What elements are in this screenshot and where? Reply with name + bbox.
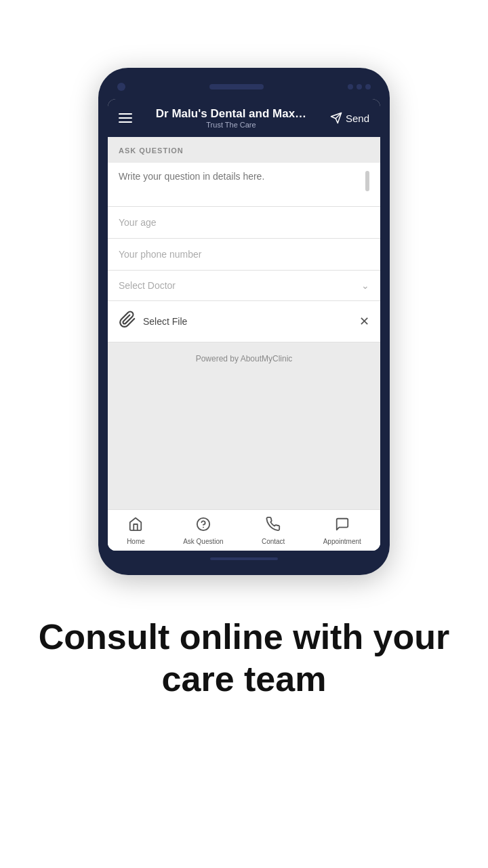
send-label: Send	[346, 113, 369, 124]
home-icon	[128, 517, 143, 536]
phone-top-bar	[108, 80, 380, 99]
powered-by-text: Powered by AboutMyClinic	[196, 354, 293, 363]
nav-label-home: Home	[127, 538, 145, 545]
ask-question-header: ASK QUESTION	[108, 137, 380, 163]
question-textarea-wrap	[108, 163, 380, 207]
phone-home-bar	[210, 557, 278, 560]
menu-line-2	[119, 117, 132, 119]
nav-item-home[interactable]: Home	[127, 517, 145, 545]
age-field-wrap	[108, 207, 380, 239]
app-header: Dr Malu's Dental and Max… Trust The Care…	[108, 99, 380, 137]
speaker	[209, 84, 264, 90]
app-title-section: Dr Malu's Dental and Max… Trust The Care	[156, 107, 306, 129]
phone-bottom-bar	[108, 551, 380, 563]
question-textarea[interactable]	[119, 163, 365, 206]
nav-item-ask-question[interactable]: Ask Question	[183, 517, 223, 545]
attachment-icon	[119, 311, 136, 332]
select-file-left: Select File	[119, 311, 187, 332]
phone-field-wrap	[108, 239, 380, 271]
phone-dots	[348, 84, 371, 90]
menu-line-1	[119, 113, 132, 115]
age-input[interactable]	[119, 217, 369, 228]
dot-2	[357, 84, 362, 90]
nav-label-ask-question: Ask Question	[183, 538, 223, 545]
app-title: Dr Malu's Dental and Max…	[156, 107, 306, 121]
nav-item-contact[interactable]: Contact	[262, 517, 285, 545]
select-doctor-label: Select Doctor	[119, 280, 176, 291]
phone-screen: Dr Malu's Dental and Max… Trust The Care…	[108, 99, 380, 551]
dot-1	[348, 84, 353, 90]
nav-item-appointment[interactable]: Appointment	[323, 517, 361, 545]
menu-button[interactable]	[119, 113, 132, 123]
select-file-label[interactable]: Select File	[143, 316, 187, 327]
bottom-nav: Home Ask Question	[108, 509, 380, 551]
select-file-row: Select File ✕	[108, 301, 380, 342]
send-button[interactable]: Send	[330, 112, 369, 124]
content-area: ASK QUESTION Select Doctor ⌄	[108, 137, 380, 551]
dot-3	[365, 84, 371, 90]
bottom-tagline-text: Consult online with your care team	[20, 616, 468, 701]
scrollbar-thumb	[365, 171, 369, 191]
menu-line-3	[119, 121, 132, 123]
camera-dot	[117, 83, 125, 91]
powered-by-section: Powered by AboutMyClinic	[108, 342, 380, 374]
contact-icon	[266, 517, 281, 536]
select-doctor-dropdown[interactable]: Select Doctor ⌄	[108, 271, 380, 301]
appointment-icon	[335, 517, 350, 536]
phone-device: Dr Malu's Dental and Max… Trust The Care…	[98, 68, 390, 575]
gray-fill-area	[108, 374, 380, 509]
app-subtitle: Trust The Care	[156, 121, 306, 129]
nav-label-appointment: Appointment	[323, 538, 361, 545]
phone-input[interactable]	[119, 249, 369, 260]
bottom-tagline-section: Consult online with your care team	[0, 616, 488, 701]
ask-question-label: ASK QUESTION	[119, 146, 184, 155]
ask-question-icon	[196, 517, 211, 536]
nav-label-contact: Contact	[262, 538, 285, 545]
close-icon[interactable]: ✕	[359, 314, 369, 329]
send-icon	[330, 112, 342, 124]
chevron-down-icon: ⌄	[361, 280, 369, 291]
